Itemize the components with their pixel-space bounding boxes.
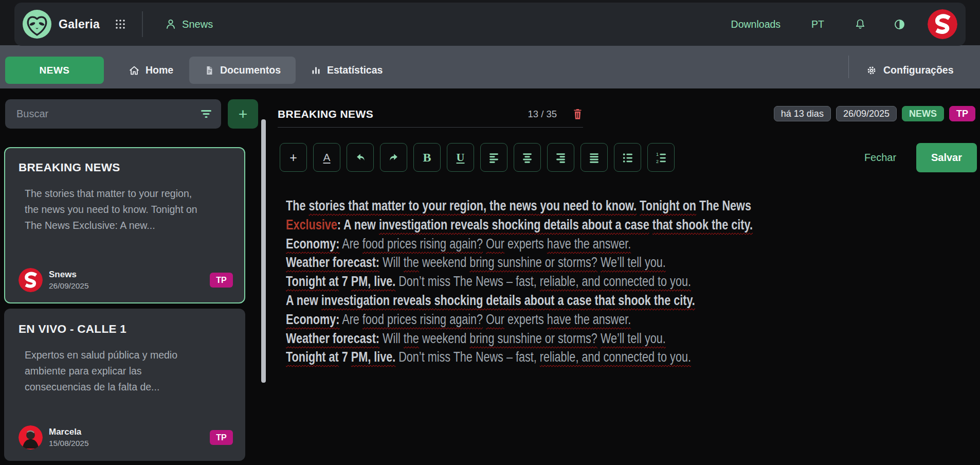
- gear-icon: [866, 65, 877, 76]
- workspace-selector[interactable]: Snews: [165, 18, 213, 30]
- close-button[interactable]: Fechar: [858, 143, 903, 172]
- nav-home-label: Home: [146, 64, 173, 76]
- nav-stats-label: Estatísticas: [327, 64, 383, 76]
- card-author: Snews: [49, 270, 89, 280]
- news-section-button[interactable]: NEWS: [5, 57, 104, 84]
- toolbar-align-center-button[interactable]: [514, 143, 541, 172]
- card-date: 26/09/2025: [49, 281, 89, 291]
- card-excerpt: Expertos en salud pública y medio ambien…: [25, 347, 206, 395]
- bell-icon[interactable]: [854, 18, 866, 30]
- category-badge: NEWS: [902, 106, 944, 121]
- workspace-name: Snews: [182, 19, 213, 30]
- toolbar-add-button[interactable]: +: [280, 143, 307, 172]
- toolbar-text-color-button[interactable]: A: [313, 143, 340, 172]
- person-icon: [165, 18, 177, 30]
- editor-line: Weather forecast: Will the weekend bring…: [286, 253, 821, 272]
- card-title: EN VIVO - CALLE 1: [19, 323, 231, 336]
- trash-icon: [572, 108, 583, 120]
- toolbar-align-justify-button[interactable]: [580, 143, 608, 172]
- snews-account-avatar[interactable]: [928, 9, 957, 39]
- toolbar-ordered-list-button[interactable]: 12: [647, 143, 675, 172]
- editor-line: Tonight at 7 PM, live. Don’t miss The Ne…: [286, 272, 821, 291]
- filter-icon[interactable]: [191, 99, 221, 129]
- editor-line: A new investigation reveals shocking det…: [286, 291, 821, 310]
- toolbar-undo-button[interactable]: [347, 143, 374, 172]
- nav-divider: [848, 56, 849, 78]
- nav-item-documents[interactable]: Documentos: [189, 57, 296, 84]
- toolbar-align-left-button[interactable]: [480, 143, 507, 172]
- brand-title: Galeria: [59, 17, 100, 31]
- nav-documents-label: Documentos: [220, 64, 281, 76]
- nav-item-settings[interactable]: Configurações: [866, 57, 954, 84]
- add-document-button[interactable]: +: [228, 99, 258, 129]
- editor-line: Economy: Are food prices rising again? O…: [286, 310, 821, 329]
- svg-text:1: 1: [656, 152, 659, 157]
- date-badge: 26/09/2025: [836, 106, 897, 121]
- snews-logo-icon: [19, 268, 43, 292]
- editor-line: Economy: Are food prices rising again? O…: [286, 235, 821, 254]
- toolbar-underline-button[interactable]: U: [447, 143, 474, 172]
- card-footer: Snews 26/09/2025 TP: [19, 268, 233, 292]
- card-author: Marcela: [49, 427, 89, 437]
- bar-chart-icon: [311, 65, 321, 76]
- nav-settings-label: Configurações: [883, 64, 954, 76]
- card-title: BREAKING NEWS: [19, 161, 231, 174]
- editor-line: Exclusive: A new investigation reveals s…: [286, 216, 821, 235]
- news-card[interactable]: BREAKING NEWS The stories that matter to…: [4, 147, 245, 303]
- editor-line: Weather forecast: Will the weekend bring…: [286, 329, 821, 348]
- topbar-divider: [142, 11, 143, 37]
- nav-item-home[interactable]: Home: [129, 57, 173, 84]
- galeria-alien-logo-icon: [23, 10, 51, 39]
- card-date: 15/08/2025: [49, 439, 89, 448]
- toolbar-align-right-button[interactable]: [547, 143, 574, 172]
- search-input[interactable]: [5, 108, 191, 120]
- save-button[interactable]: Salvar: [916, 143, 977, 172]
- svg-text:2: 2: [656, 158, 659, 163]
- card-tp-badge: TP: [210, 430, 233, 445]
- house-icon: [129, 65, 140, 76]
- nav-item-stats[interactable]: Estatísticas: [311, 57, 383, 84]
- downloads-link[interactable]: Downloads: [731, 19, 781, 30]
- rich-text-editor[interactable]: The stories that matter to your region, …: [286, 196, 821, 367]
- document-icon: [204, 65, 214, 76]
- age-badge: há 13 dias: [774, 106, 831, 121]
- apps-grid-icon[interactable]: [114, 18, 126, 30]
- editor-toolbar: +ABU12: [280, 143, 675, 172]
- toolbar-redo-button[interactable]: [380, 143, 407, 172]
- tp-badge: TP: [949, 106, 975, 121]
- toolbar-bullet-list-button[interactable]: [614, 143, 641, 172]
- main-nav-bar: NEWS Home Documentos Estatísticas Config…: [0, 45, 980, 88]
- sidebar-scrollbar[interactable]: [261, 119, 266, 383]
- card-tp-badge: TP: [210, 273, 233, 288]
- news-card[interactable]: EN VIVO - CALLE 1 Expertos en salud públ…: [4, 309, 245, 461]
- marcela-photo-icon: [19, 425, 43, 450]
- document-header: BREAKING NEWS 13 / 35: [278, 101, 583, 128]
- sidebar-search-box: [5, 99, 221, 129]
- toolbar-bold-button[interactable]: B: [413, 143, 441, 172]
- document-title: BREAKING NEWS: [278, 108, 528, 120]
- editor-line: Tonight at 7 PM, live. Don’t miss The Ne…: [286, 348, 821, 367]
- delete-document-button[interactable]: [572, 108, 583, 120]
- document-counter: 13 / 35: [528, 109, 557, 120]
- card-excerpt: The stories that matter to your region, …: [25, 186, 206, 234]
- app-top-bar: Galeria Snews Downloads PT: [14, 3, 966, 46]
- editor-line: The stories that matter to your region, …: [286, 196, 821, 216]
- card-footer: Marcela 15/08/2025 TP: [19, 425, 233, 450]
- document-badges: há 13 dias 26/09/2025 NEWS TP: [774, 106, 975, 121]
- theme-contrast-icon[interactable]: [893, 18, 906, 31]
- language-selector[interactable]: PT: [811, 19, 824, 30]
